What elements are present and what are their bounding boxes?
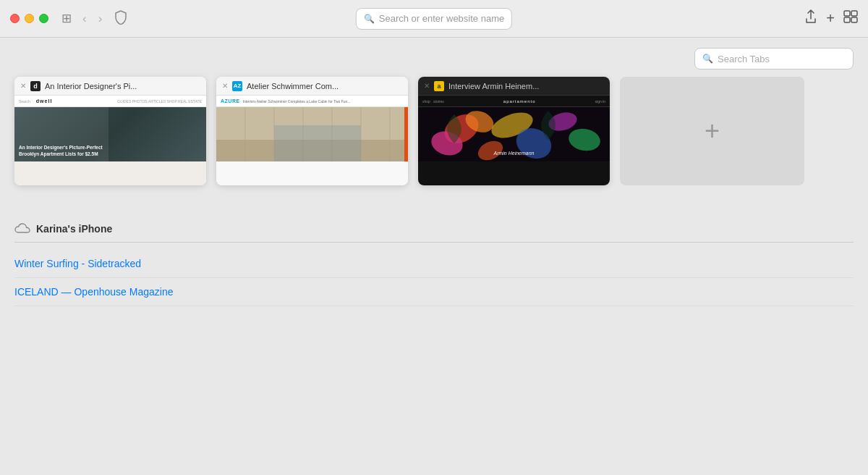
address-bar-placeholder: Search or enter website name [379,13,504,24]
titlebar: ⊞ ‹ › 🔍 Search or enter website name + [0,0,868,38]
tab-card-1[interactable]: ✕ d An Interior Designer's Pi... Search … [14,77,206,185]
tab-title-1: An Interior Designer's Pi... [45,82,200,91]
tab-close-3[interactable]: ✕ [424,83,430,90]
tab-card-3[interactable]: ✕ a Interview Armin Heinem... shop stori… [418,77,610,185]
tab-card-header-2: ✕ AZ Atelier Schwimmer Com... [216,77,408,96]
dwell-nav-links: GUIDES PHOTOS ARTICLES SHOP REAL ESTATE [117,99,202,104]
dwell-headline: An Interior Designer's Picture-Perfect B… [19,145,106,157]
minimize-button[interactable] [25,14,34,23]
icloud-tab-item-1[interactable]: Winter Surfing - Sidetracked [14,250,854,278]
traffic-lights [10,14,48,23]
icloud-tab-title-1: Winter Surfing - Sidetracked [14,258,141,269]
tab-card-2[interactable]: ✕ AZ Atelier Schwimmer Com... AZURE Inte… [216,77,408,185]
tab-favicon-3: a [434,81,444,91]
tab-grid: ✕ d An Interior Designer's Pi... Search … [14,77,854,185]
tab-close-2[interactable]: ✕ [222,83,228,90]
svg-rect-16 [274,125,361,161]
dwell-logo: dwell [36,98,53,104]
icloud-section: Karina's iPhone Winter Surfing - Sidetra… [0,222,868,306]
share-button[interactable] [804,9,817,28]
tab-title-2: Atelier Schwimmer Com... [247,82,402,91]
tab-overview-button[interactable] [843,10,858,27]
maximize-button[interactable] [39,14,48,23]
tab-thumbnail-1: Search dwell GUIDES PHOTOS ARTICLES SHOP… [14,96,206,185]
svg-rect-1 [851,11,857,16]
apartamento-logo: apartamento [503,99,536,104]
sidebar-toggle-button[interactable]: ⊞ [61,11,72,26]
tab-card-header-3: ✕ a Interview Armin Heinem... [418,77,610,96]
svg-rect-0 [844,11,850,16]
toolbar-right: + [804,9,858,28]
icloud-device-name: Karina's iPhone [36,223,112,235]
dwell-nav-search: Search [19,99,30,104]
azure-subnav: Interiors Atelier Schwimmer Completes a … [243,99,351,104]
search-icon: 🔍 [364,14,375,24]
address-bar[interactable]: 🔍 Search or enter website name [356,8,512,30]
tab-thumbnail-2: AZURE Interiors Atelier Schwimmer Comple… [216,96,408,185]
search-tabs-bar: 🔍 Search Tabs [0,38,868,77]
tab-favicon-2: AZ [232,81,242,91]
svg-rect-3 [851,17,857,22]
tab-favicon-1: d [30,81,41,91]
tab-thumbnail-3: shop stories apartamento sign in [418,96,610,185]
icloud-header: Karina's iPhone [14,222,854,243]
icloud-tab-item-2[interactable]: ICELAND — Openhouse Magazine [14,278,854,306]
forward-button[interactable]: › [95,10,106,28]
back-button[interactable]: ‹ [79,10,90,28]
search-tabs-icon: 🔍 [702,54,713,64]
tab-title-3: Interview Armin Heinem... [448,82,604,91]
close-button[interactable] [10,14,20,23]
search-tabs-placeholder: Search Tabs [718,54,770,64]
tab-close-1[interactable]: ✕ [20,83,26,90]
shield-icon [114,10,127,28]
new-tab-button[interactable]: + [826,10,835,27]
nav-buttons: ‹ › [79,10,106,28]
new-tab-plus-icon: + [705,118,720,144]
main-content: ✕ d An Interior Designer's Pi... Search … [0,77,868,222]
search-tabs-input[interactable]: 🔍 Search Tabs [694,48,854,70]
svg-rect-2 [844,17,850,22]
tab-card-header-1: ✕ d An Interior Designer's Pi... [14,77,206,96]
icloud-tab-title-2: ICELAND — Openhouse Magazine [14,286,173,298]
apartamento-article-title: Armin Heinemann [418,151,610,156]
icloud-icon [14,222,30,236]
new-tab-card[interactable]: + [620,77,804,185]
azure-logo: AZURE [221,98,240,104]
